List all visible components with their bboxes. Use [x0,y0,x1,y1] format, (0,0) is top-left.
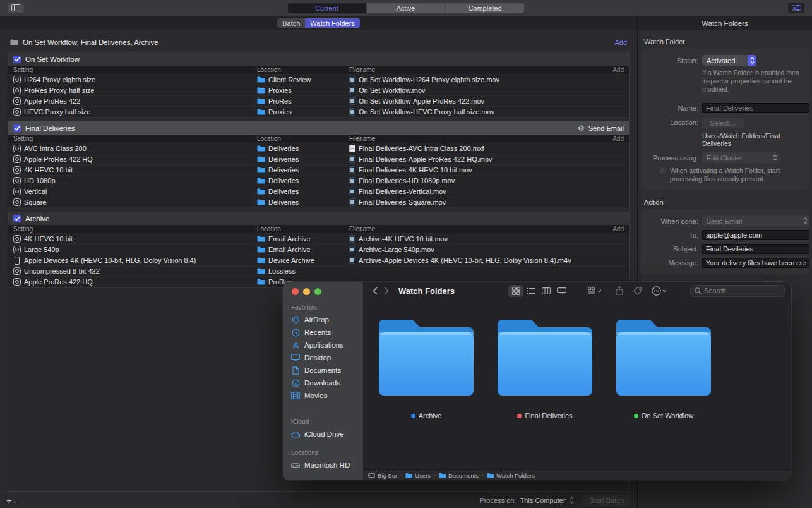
start-processing-checkbox[interactable]: ✓ [659,167,666,174]
stepper-icon[interactable] [570,497,574,504]
setting-row[interactable]: H264 Proxy eighth size Client Review On … [8,75,629,85]
folder-icon [257,188,265,195]
sidebar-item-documents[interactable]: Documents [283,364,363,377]
icon-view-button[interactable] [508,285,523,297]
movie-file-icon [349,235,355,243]
sidebar-toggle-button[interactable] [8,3,24,13]
status-popup[interactable]: Activated [702,55,756,66]
more-options-button[interactable] [652,286,666,296]
folder-icon [257,178,265,184]
folder-icon [257,167,265,173]
when-done-popup[interactable]: Send Email [702,215,809,226]
add-setting-button[interactable]: Add [612,66,624,73]
setting-row[interactable]: Apple Devices 4K (HEVC 10-bit, HLG, Dolb… [8,255,629,266]
share-button[interactable] [616,286,623,295]
minimize-button[interactable] [303,288,310,295]
sidebar-item-recents[interactable]: Recents [283,326,363,339]
batch-mode-button[interactable]: Batch [277,18,305,28]
inspector-toggle-button[interactable] [788,3,804,13]
setting-row[interactable]: 4K HEVC 10 bit Deliveries Final Deliveri… [8,165,629,176]
folder-final-deliveries[interactable]: Final Deliveries [498,318,592,469]
group-by-button[interactable] [588,287,602,294]
process-using-popup[interactable]: Edit Cluster [702,152,779,163]
add-watch-folder-button[interactable]: Add [614,39,627,46]
folder-archive[interactable]: Archive [379,318,474,469]
setting-row[interactable]: Square Deliveries Final Deliveries-Squar… [8,197,629,208]
compressor-setting-icon [13,155,21,163]
path-crumb-users[interactable]: Users [405,472,431,479]
close-button[interactable] [292,288,299,295]
name-field[interactable] [702,103,809,113]
folder-icon [498,318,592,396]
path-crumb-watch-folders[interactable]: Watch Folders [487,472,535,479]
path-crumb-documents[interactable]: Documents [439,472,479,479]
sliders-icon [792,4,801,11]
back-button[interactable] [369,287,381,295]
tab-current[interactable]: Current [288,3,367,13]
group-header-row[interactable]: Final Deliveries ⚙ Send Email [8,121,629,135]
setting-row[interactable]: AVC Intra Class 200 Deliveries Final Del… [8,143,629,154]
gallery-view-button[interactable] [554,285,569,297]
list-view-button[interactable] [523,285,539,297]
tab-active[interactable]: Active [367,3,446,13]
titlebar: CurrentActiveCompleted [0,0,812,16]
zoom-button[interactable] [314,288,321,295]
search-input[interactable] [704,287,773,294]
folder-on-set-workflow[interactable]: On Set Workflow [616,318,711,469]
sidebar-item-macintosh-hd[interactable]: Macintosh HD [283,459,363,471]
search-field[interactable] [690,285,785,297]
tag-dot [411,414,415,418]
to-field[interactable] [702,230,809,240]
sidebar-item-airdrop[interactable]: AirDrop [283,313,363,326]
group-header-row[interactable]: On Set Workflow ⚙ [8,52,629,66]
add-item-button[interactable]: + ⌄ [6,496,16,504]
name-label: Name: [645,104,698,112]
setting-row[interactable]: HEVC Proxy half size Proxies On Set Work… [8,107,629,118]
setting-row[interactable]: Apple ProRes 422 HQ Deliveries Final Del… [8,154,629,165]
status-label: Status: [645,57,698,64]
tag-button[interactable] [633,287,642,295]
column-view-button[interactable] [539,285,554,297]
folder-icon [405,473,412,478]
folder-name: Final Deliveries [525,412,572,420]
movie-file-icon [349,246,355,253]
folder-icon [257,145,265,152]
airdrop-icon [291,316,300,324]
setting-row[interactable]: Large 540p Email Archive Archive-Large 5… [8,245,629,255]
add-setting-button[interactable]: Add [612,226,624,233]
subject-field[interactable] [702,244,809,254]
tab-completed[interactable]: Completed [446,3,525,13]
compressor-setting-icon [13,235,21,243]
group-enabled-checkbox[interactable] [13,56,21,63]
group-final-deliveries: Final Deliveries ⚙ Send Email Setting Lo… [8,121,629,209]
setting-row[interactable]: Uncompressed 8-bit 422 Lossless [8,266,629,277]
process-on-value[interactable]: This Computer [520,497,565,504]
message-field[interactable] [702,258,809,268]
group-header-row[interactable]: Archive ⚙ [8,212,629,225]
sidebar-item-applications[interactable]: Applications [283,339,363,351]
location-select-button[interactable]: Select… [702,118,744,128]
watch-folders-mode-button[interactable]: Watch Folders [305,18,360,28]
setting-row[interactable]: HD 1080p Deliveries Final Deliveries-HD … [8,176,629,186]
sidebar-item-downloads[interactable]: Downloads [283,377,363,389]
forward-button[interactable] [381,287,392,295]
folder-name: Archive [419,412,442,420]
setting-row[interactable]: Vertical Deliveries Final Deliveries-Ver… [8,186,629,197]
folder-icon [10,39,18,45]
setting-row[interactable]: ProRes Proxy half size Proxies On Set Wo… [8,85,629,96]
finder-sidebar: Favorites AirDrop Recents Applications D… [283,282,363,480]
add-setting-button[interactable]: Add [612,135,624,142]
sidebar-item-icloud-drive[interactable]: iCloud Drive [283,428,363,440]
folder-icon [257,257,265,263]
group-enabled-checkbox[interactable] [13,124,21,132]
start-batch-button[interactable]: Start Batch [583,495,631,506]
sidebar-item-desktop[interactable]: Desktop [283,351,363,364]
path-crumb-big-sur[interactable]: Big Sur [368,472,397,479]
group-enabled-checkbox[interactable] [13,215,21,222]
start-processing-checkbox-label: When activating a Watch Folder, start pr… [670,167,790,183]
sidebar-section-locations: Locations Macintosh HD [283,449,363,471]
setting-row[interactable]: Apple ProRes 422 ProRes On Set Workflow-… [8,96,629,107]
sidebar-item-movies[interactable]: Movies [283,389,363,402]
setting-row[interactable]: 4K HEVC 10 bit Email Archive Archive-4K … [8,234,629,245]
folder-icon [616,318,711,396]
